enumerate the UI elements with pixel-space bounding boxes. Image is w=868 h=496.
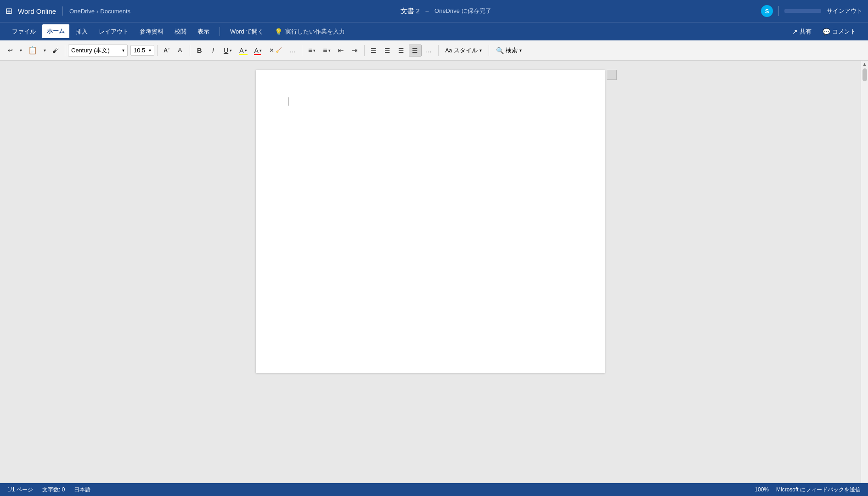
more-paragraph-icon: … (426, 47, 432, 54)
tell-me-input[interactable]: 💡 実行したい作業を入力 (270, 26, 349, 38)
menu-item-review[interactable]: 校閲 (170, 25, 191, 39)
user-account-button[interactable] (784, 9, 821, 13)
bold-icon: B (197, 46, 202, 54)
language-indicator[interactable]: 日本語 (74, 486, 90, 494)
bullet-list-button[interactable]: ≡ ▾ (305, 44, 319, 57)
underline-icon: U (224, 47, 228, 54)
more-text-button[interactable]: … (286, 45, 299, 56)
font-size-selector[interactable]: 10.5 ▾ (130, 45, 154, 56)
decrease-indent-button[interactable]: ⇤ (335, 44, 348, 57)
numbered-list-dropdown: ▾ (328, 48, 331, 53)
share-label: 共有 (800, 28, 812, 36)
decrease-font-size-button[interactable]: A- (174, 44, 187, 57)
font-color-bar (254, 54, 261, 55)
title-right-actions: S サインアウト (761, 5, 862, 17)
paste-dropdown-button[interactable]: ▾ (41, 45, 48, 55)
clear-formatting-button[interactable]: ✕ 🧹 (266, 45, 285, 56)
title-separator: － (423, 6, 431, 16)
menu-item-view[interactable]: 表示 (193, 25, 214, 39)
align-center-button[interactable]: ☰ (381, 45, 394, 56)
share-button[interactable]: ↗ 共有 (788, 26, 816, 38)
document-canvas[interactable] (0, 61, 861, 483)
increase-font-size-button[interactable]: A+ (160, 45, 173, 56)
menu-bar: ファイル ホーム 挿入 レイアウト 参考資料 校閲 表示 Word で開く 💡 … (0, 22, 868, 40)
paste-button[interactable]: 📋 (25, 44, 40, 57)
undo-button[interactable]: ↩ (4, 45, 17, 56)
styles-button[interactable]: Aa スタイル ▾ (441, 44, 486, 57)
vertical-scrollbar[interactable]: ▲ (861, 61, 868, 483)
scroll-up-arrow[interactable]: ▲ (862, 62, 867, 67)
align-justify-icon: ☰ (412, 47, 418, 54)
format-painter-button[interactable]: 🖌 (49, 44, 62, 56)
toolbar: ↩ ▾ 📋 ▾ 🖌 Century (本文) ▾ 10.5 ▾ A+ A- B … (0, 40, 868, 61)
toolbar-separator-7 (489, 45, 489, 56)
align-justify-button[interactable]: ☰ (409, 45, 422, 56)
breadcrumb-onedrive[interactable]: OneDrive (69, 8, 95, 15)
bold-button[interactable]: B (193, 44, 206, 56)
document-page[interactable] (256, 70, 605, 373)
font-name-selector[interactable]: Century (本文) ▾ (68, 45, 128, 56)
signin-button[interactable]: サインアウト (827, 7, 862, 15)
toolbar-separator-4 (302, 45, 302, 56)
more-paragraph-button[interactable]: … (423, 45, 435, 56)
menu-item-file[interactable]: ファイル (7, 25, 40, 39)
highlight-bar (239, 54, 247, 55)
zoom-level[interactable]: 100% (755, 486, 769, 493)
underline-button[interactable]: U ▾ (220, 45, 235, 56)
menu-item-home[interactable]: ホーム (42, 24, 69, 39)
menu-item-insert[interactable]: 挿入 (71, 25, 92, 39)
menu-separator (220, 27, 220, 36)
decrease-font-size-icon: A- (178, 46, 183, 55)
align-right-button[interactable]: ☰ (395, 45, 408, 56)
align-left-button[interactable]: ☰ (367, 45, 380, 56)
underline-dropdown-arrow: ▾ (230, 48, 232, 53)
title-bar: ⊞ Word Online OneDrive › Documents 文書 2 … (0, 0, 868, 22)
italic-button[interactable]: I (207, 45, 220, 56)
search-button[interactable]: 🔍 検索 ▾ (492, 44, 526, 57)
font-size-label: 10.5 (134, 47, 147, 54)
align-left-icon: ☰ (371, 47, 377, 54)
menu-item-layout[interactable]: レイアウト (94, 25, 133, 39)
search-label: 検索 (506, 46, 518, 55)
highlight-icon: A (239, 47, 243, 54)
highlight-button[interactable]: A ▾ (236, 45, 250, 56)
doc-title-area: 文書 2 － OneDrive に保存完了 (130, 6, 761, 16)
font-color-button[interactable]: A ▾ (251, 45, 265, 56)
page-corner-fold (607, 70, 617, 80)
breadcrumb-documents[interactable]: Documents (100, 8, 130, 15)
search-dropdown-icon: ▾ (519, 48, 522, 53)
skype-icon[interactable]: S (761, 5, 773, 17)
paste-icon: 📋 (28, 46, 37, 55)
text-cursor (288, 97, 288, 106)
highlight-dropdown-arrow: ▾ (245, 48, 247, 53)
menu-item-references[interactable]: 参考資料 (135, 25, 168, 39)
doc-title[interactable]: 文書 2 (400, 7, 420, 16)
app-name: Word Online (18, 7, 56, 15)
word-open-button[interactable]: Word で開く (225, 25, 268, 39)
scroll-thumb[interactable] (862, 68, 867, 81)
app-grid-icon[interactable]: ⊞ (6, 6, 12, 16)
numbered-list-button[interactable]: ≡ ▾ (320, 44, 333, 57)
breadcrumb: OneDrive › Documents (69, 8, 130, 15)
increase-indent-button[interactable]: ⇥ (349, 44, 361, 57)
font-name-label: Century (本文) (71, 46, 120, 55)
format-painter-icon: 🖌 (52, 46, 59, 54)
undo-dropdown-button[interactable]: ▾ (17, 45, 24, 55)
bullet-list-icon: ≡ (308, 46, 312, 55)
share-icon: ↗ (792, 28, 798, 35)
font-color-dropdown-arrow: ▾ (259, 48, 262, 53)
save-status: OneDrive に保存完了 (434, 7, 491, 15)
italic-icon: I (212, 47, 214, 54)
comment-label: コメント (832, 28, 856, 36)
content-area: ▲ (0, 61, 868, 483)
toolbar-separator-2 (157, 45, 158, 56)
comment-button[interactable]: 💬 コメント (818, 26, 861, 38)
feedback-link[interactable]: Microsoft にフィードバックを送信 (776, 486, 861, 494)
toolbar-separator-6 (438, 45, 439, 56)
page-info: 1/1 ページ (7, 486, 33, 494)
undo-dropdown-icon: ▾ (20, 48, 22, 53)
font-color-icon: A (254, 47, 259, 54)
styles-dropdown-icon: ▾ (479, 48, 482, 53)
numbered-list-icon: ≡ (323, 46, 327, 55)
increase-indent-icon: ⇥ (352, 46, 358, 55)
